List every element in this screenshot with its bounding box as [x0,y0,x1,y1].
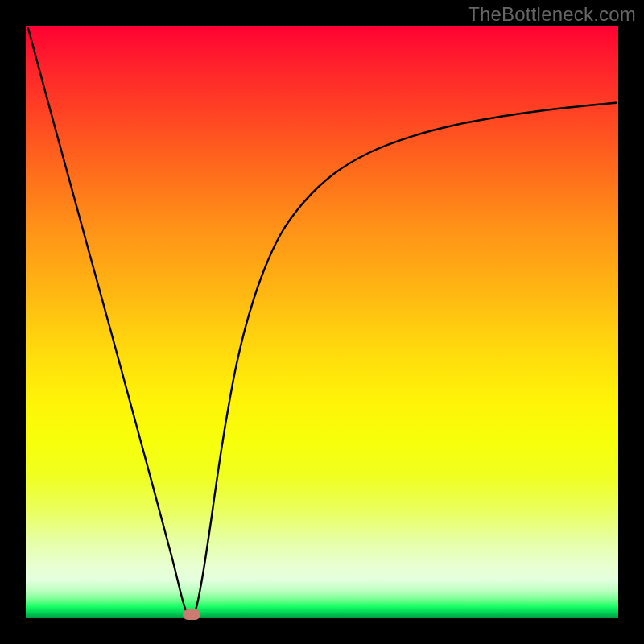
bottleneck-curve-path [28,28,616,617]
optimal-point-marker [183,609,200,620]
watermark-text: TheBottleneck.com [468,3,636,26]
bottleneck-curve [26,26,618,618]
chart-frame: TheBottleneck.com [0,0,644,644]
chart-plot-area [26,26,618,618]
